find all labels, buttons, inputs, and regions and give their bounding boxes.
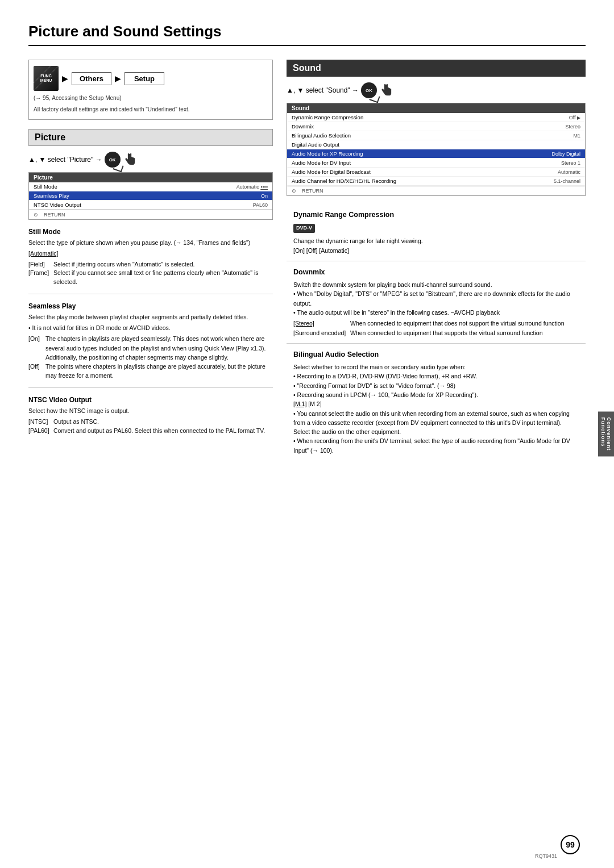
still-mode-title: Still Mode (28, 228, 273, 236)
func-menu-icon: FUNCMENU (34, 66, 59, 91)
sound-row-downmix: Downmix Stereo (287, 122, 585, 131)
downmix-surround-row: [Surround encoded] When connected to equ… (293, 328, 579, 337)
picture-ok-button[interactable]: OK (105, 152, 121, 168)
ntsc-section: NTSC Video Output Select how the NTSC im… (28, 396, 273, 443)
picture-section-header: Picture (28, 129, 273, 146)
side-tab: ConvenientFunctions (598, 411, 614, 456)
dynamic-range-body: Change the dynamic range for late night … (293, 236, 579, 245)
still-mode-frame-row: [Frame] Select if you cannot see small t… (28, 269, 273, 287)
nav-note-1: (→ 95, Accessing the Setup Menu) (34, 94, 264, 102)
downmix-stereo-row: [Stereo] When connected to equipment tha… (293, 319, 579, 328)
dynamic-range-section: Dynamic Range Compression DVD-V Change t… (287, 204, 586, 261)
bilingual-body: Select whether to record the main or sec… (293, 362, 579, 455)
nav-note-2: All factory default settings are indicat… (34, 106, 264, 114)
sound-screen-footer: ⊙ RETURN (287, 186, 585, 195)
downmix-section: Downmix Switch the downmix system for pl… (287, 261, 586, 344)
dynamic-range-options: [On] [Off] [Automatic] (293, 246, 579, 255)
sound-section-header: Sound (287, 60, 586, 77)
seamless-play-body: Select the play mode between playlist ch… (28, 312, 273, 381)
nav-others-box: Others (72, 72, 111, 85)
ok-label: OK (109, 157, 116, 162)
dvd-badge: DVD-V (293, 224, 315, 233)
nav-breadcrumb: FUNCMENU ▶ Others ▶ Setup (34, 66, 264, 91)
picture-select-text: ▲, ▼ select "Picture" → (28, 156, 102, 164)
nav-area: FUNCMENU ▶ Others ▶ Setup (→ 95, Accessi… (28, 60, 273, 120)
seamless-play-section: Seamless Play Select the play mode betwe… (28, 302, 273, 388)
nav-arrow-1: ▶ (62, 74, 68, 83)
seamless-play-title: Seamless Play (28, 302, 273, 310)
right-column: Sound ▲, ▼ select "Sound" → OK Sound Dyn… (287, 60, 586, 461)
sound-row-digital-output: Digital Audio Output (287, 140, 585, 149)
picture-row-ntsc: NTSC Video Output PAL60 (29, 201, 272, 210)
sound-row-drc: Dynamic Range Compression Off ▶ (287, 113, 585, 122)
side-tab-label: ConvenientFunctions (600, 417, 612, 450)
picture-mini-screen: Picture Still Mode Automatic ▪▪▪▪ Seamle… (28, 172, 273, 220)
sound-row-bilingual: Bilingual Audio Selection M1 (287, 131, 585, 140)
sound-cursor-icon (380, 84, 394, 97)
picture-select-instruction: ▲, ▼ select "Picture" → OK (28, 152, 273, 168)
seamless-off-row: [Off] The points where chapters in playl… (28, 362, 273, 381)
bilingual-section: Bilingual Audio Selection Select whether… (287, 344, 586, 461)
ntsc-body: Select how the NTSC image is output. [NT… (28, 406, 273, 436)
bilingual-title: Bilingual Audio Selection (293, 349, 579, 360)
sound-mini-screen: Sound Dynamic Range Compression Off ▶ Do… (287, 103, 586, 196)
ntsc-pal60-row: [PAL60] Convert and output as PAL60. Sel… (28, 426, 273, 435)
nav-arrow-2: ▶ (115, 74, 121, 83)
still-mode-field-row: [Field] Select if jittering occurs when … (28, 260, 273, 269)
picture-screen-header: Picture (29, 173, 272, 182)
sound-select-text: ▲, ▼ select "Sound" → (287, 86, 359, 94)
doc-number: RQT9431 (535, 853, 557, 859)
sound-row-dv-input: Audio Mode for DV Input Stereo 1 (287, 158, 585, 168)
seamless-on-row: [On] The chapters in playlists are playe… (28, 334, 273, 362)
still-mode-body: Select the type of picture shown when yo… (28, 238, 273, 287)
page-number: 99 (561, 835, 580, 854)
nav-setup-box: Setup (125, 72, 164, 85)
page-title: Picture and Sound Settings (28, 23, 586, 46)
sound-row-hd-channel: Audio Channel for HD/XE/HE/HL Recording … (287, 177, 585, 186)
sound-row-xp: Audio Mode for XP Recording Dolby Digita… (287, 149, 585, 158)
sound-screen-header: Sound (287, 103, 585, 113)
sound-ok-button[interactable]: OK (361, 82, 377, 98)
ntsc-title: NTSC Video Output (28, 396, 273, 404)
picture-screen-footer: ⊙ RETURN (29, 210, 272, 219)
dynamic-range-title: Dynamic Range Compression (293, 210, 579, 220)
picture-row-still-mode: Still Mode Automatic ▪▪▪▪ (29, 182, 272, 191)
ntsc-ntsc-row: [NTSC] Output as NTSC. (28, 417, 273, 426)
sound-ok-label: OK (366, 88, 372, 93)
downmix-title: Downmix (293, 267, 579, 278)
left-column: FUNCMENU ▶ Others ▶ Setup (→ 95, Accessi… (28, 60, 273, 461)
cursor-icon (124, 153, 138, 166)
sound-select-instruction: ▲, ▼ select "Sound" → OK (287, 82, 586, 98)
picture-row-seamless-play: Seamless Play On (29, 191, 272, 201)
downmix-body: Switch the downmix system for playing ba… (293, 280, 579, 337)
sound-row-digital-broadcast: Audio Mode for Digital Broadcast Automat… (287, 168, 585, 177)
still-mode-section: Still Mode Select the type of picture sh… (28, 228, 273, 294)
